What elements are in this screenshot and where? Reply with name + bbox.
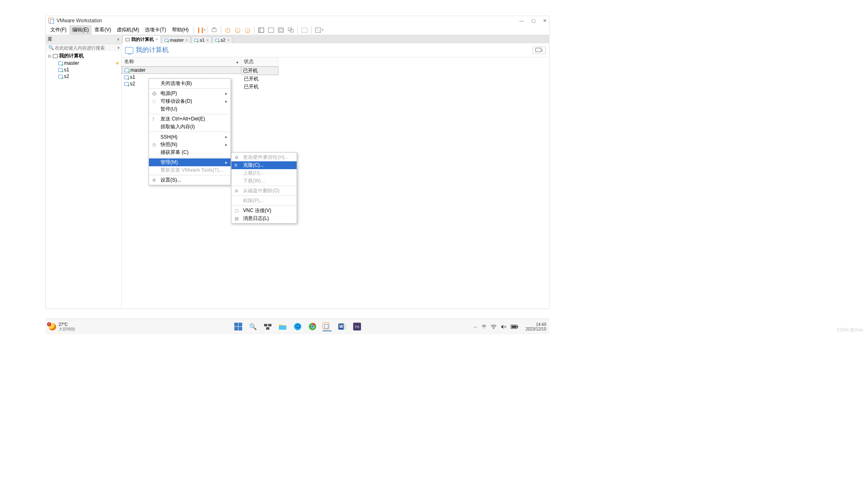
log-icon: ▤: [235, 216, 238, 221]
col-header-status[interactable]: 状态: [241, 57, 278, 66]
ctx-ssh[interactable]: SSH(H)▸: [149, 133, 231, 141]
tab-close-icon[interactable]: ×: [206, 38, 209, 42]
tab-close-icon[interactable]: ×: [185, 38, 188, 42]
ctx-send-cad[interactable]: ⤴发送 Ctrl+Alt+Del(E): [149, 115, 231, 123]
battery-icon[interactable]: [511, 325, 518, 329]
ctx-vnc[interactable]: ▢VNC 连接(V): [231, 207, 297, 215]
weather-widget[interactable]: 1 27°C 大部晴朗: [49, 322, 75, 331]
minimize-button[interactable]: —: [519, 18, 524, 24]
snapshot-icon[interactable]: ◴: [224, 26, 231, 34]
menu-vm[interactable]: 虚拟机(M): [114, 25, 142, 35]
stretch-icon[interactable]: [314, 26, 322, 34]
ctx-grab-input[interactable]: 抓取输入内容(I): [149, 123, 231, 131]
unity-icon[interactable]: [287, 26, 295, 34]
ctx-manage[interactable]: 管理(M)▸: [149, 158, 231, 166]
col-header-name[interactable]: 名称 ▴: [122, 57, 241, 66]
ctx-upload: 上载(U)...: [231, 169, 297, 177]
svg-rect-15: [279, 326, 286, 330]
ime-indicator[interactable]: 中: [482, 323, 486, 330]
svg-rect-30: [512, 326, 517, 328]
toolbar-icon-misc[interactable]: [301, 26, 308, 34]
view-fullscreen-icon[interactable]: [277, 26, 285, 34]
ctx-power[interactable]: ⏻电源(P)▸: [149, 90, 231, 97]
stretch-dropdown[interactable]: ▾: [322, 28, 323, 32]
view-sidebar-icon[interactable]: [257, 26, 265, 34]
ctx-pause[interactable]: 暂停(U): [149, 105, 231, 113]
ctx-msglog[interactable]: ▤消息日志(L): [231, 215, 297, 222]
pause-icon[interactable]: ❙❙: [196, 26, 204, 34]
maximize-button[interactable]: ▢: [531, 18, 535, 24]
collapse-icon[interactable]: ⊟: [47, 54, 52, 58]
monitor-icon: [125, 38, 130, 41]
page-title: 我的计算机: [136, 46, 169, 54]
cell-name: master: [130, 67, 146, 73]
ctx-delete-disk: ⊘从磁盘中删除(D): [231, 187, 297, 195]
menu-tabs[interactable]: 选项卡(T): [142, 25, 169, 35]
search-input[interactable]: [55, 45, 118, 50]
task-view-icon[interactable]: [263, 322, 272, 331]
volume-icon[interactable]: [501, 324, 507, 329]
close-button[interactable]: ✕: [543, 18, 547, 24]
start-button[interactable]: [234, 322, 243, 331]
tab-s2[interactable]: s2 ×: [212, 36, 232, 43]
wifi-icon[interactable]: [491, 324, 497, 329]
svg-rect-1: [213, 28, 215, 28]
vm-icon: [58, 75, 63, 78]
revert-icon[interactable]: ◵: [234, 26, 241, 34]
svg-rect-12: [264, 324, 267, 326]
clock[interactable]: 14:49 2023/12/10: [526, 322, 546, 331]
device-icon: ◌: [152, 99, 156, 104]
weather-icon: 1: [49, 323, 56, 330]
ctx-clone[interactable]: ⎘克隆(C)...: [231, 161, 297, 169]
sidebar-header: 库 ×: [46, 35, 121, 44]
tree-item-master[interactable]: master ★: [46, 60, 121, 66]
vm-icon: [124, 76, 129, 79]
taskbar-app-icon[interactable]: IᴬX: [352, 322, 361, 331]
tab-close-icon[interactable]: ×: [227, 38, 229, 42]
svg-text:W: W: [339, 324, 343, 329]
view-single-icon[interactable]: [267, 26, 275, 34]
tab-home[interactable]: 我的计算机 ×: [123, 35, 161, 43]
context-menu: 关闭选项卡(B) ⏻电源(P)▸ ◌可移动设备(D)▸ 暂停(U) ⤴发送 Ct…: [149, 78, 231, 185]
tab-s1[interactable]: s1 ×: [191, 36, 211, 43]
ctx-removable[interactable]: ◌可移动设备(D)▸: [149, 97, 231, 105]
tab-label: s1: [200, 38, 205, 42]
star-icon[interactable]: ★: [115, 60, 120, 66]
pause-dropdown[interactable]: ▾: [204, 28, 205, 32]
sidebar-close-icon[interactable]: ×: [117, 37, 120, 42]
explorer-icon[interactable]: [278, 322, 287, 331]
menu-file[interactable]: 文件(F): [47, 25, 69, 35]
sidebar-search[interactable]: 🔍 ▾: [46, 44, 121, 51]
svg-rect-13: [268, 324, 271, 326]
chrome-icon[interactable]: [308, 322, 317, 331]
clone-icon: ⎘: [235, 163, 237, 168]
svg-rect-14: [266, 327, 269, 330]
ctx-snapshot[interactable]: ◷快照(N)▸: [149, 141, 231, 149]
toolbar-icon-generic[interactable]: [210, 26, 218, 34]
edge-icon[interactable]: [293, 322, 302, 331]
menu-edit[interactable]: 编辑(E): [69, 25, 92, 35]
tree-item-s1[interactable]: s1: [46, 66, 121, 73]
snapshot-manager-icon[interactable]: ◶: [244, 26, 251, 34]
search-dropdown-icon[interactable]: ▾: [118, 46, 120, 50]
cell-status: 已开机: [241, 66, 278, 75]
weather-badge: 1: [47, 322, 51, 326]
table-row[interactable]: master: [122, 66, 241, 74]
menu-view[interactable]: 查看(V): [92, 25, 114, 35]
tree-root[interactable]: ⊟ 我的计算机: [46, 52, 121, 60]
tab-close-icon[interactable]: ×: [156, 37, 158, 42]
tray-chevron-icon[interactable]: ︿: [473, 323, 478, 330]
tree-item-label: master: [64, 60, 79, 66]
tab-master[interactable]: master ×: [162, 36, 191, 43]
tree-item-s2[interactable]: s2: [46, 73, 121, 80]
cell-name: s2: [130, 81, 135, 87]
taskbar-search-icon[interactable]: 🔍: [248, 322, 257, 331]
taskbar-vmware-icon[interactable]: [323, 322, 332, 331]
view-mode-button[interactable]: [533, 47, 546, 54]
ctx-close-tab[interactable]: 关闭选项卡(B): [149, 80, 231, 87]
word-icon[interactable]: W: [337, 322, 347, 331]
ctx-capture[interactable]: 捕获屏幕 (C): [149, 149, 231, 156]
svg-rect-9: [302, 28, 307, 32]
ctx-settings[interactable]: ⚙设置(S)...: [149, 176, 231, 184]
menu-help[interactable]: 帮助(H): [169, 25, 192, 35]
